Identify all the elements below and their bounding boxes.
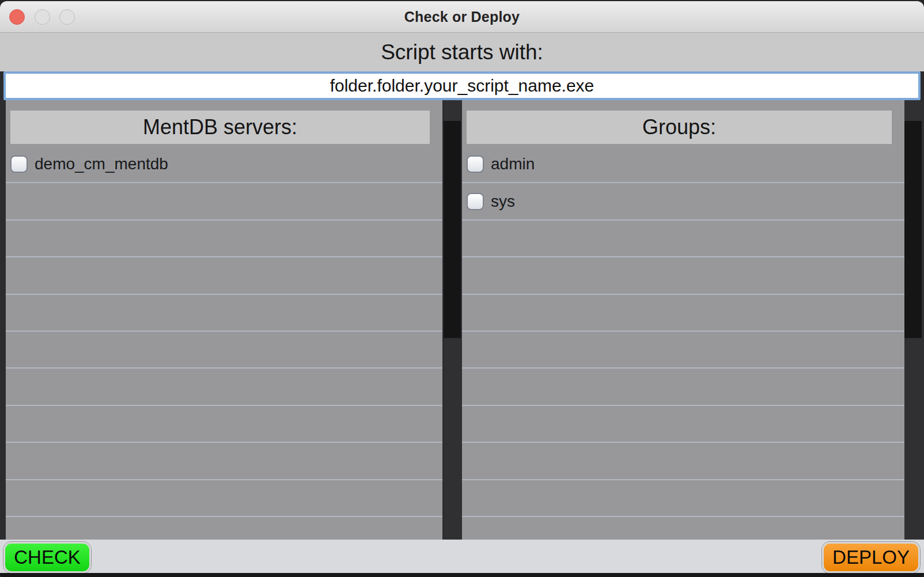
list-item-label: sys	[491, 192, 515, 211]
servers-panel-title: MentDB servers:	[10, 111, 430, 144]
servers-scrollbar[interactable]	[444, 100, 462, 540]
checkbox-admin[interactable]	[467, 155, 484, 173]
groups-scrollbar-thumb[interactable]	[904, 121, 922, 338]
groups-scrollbar[interactable]	[904, 100, 924, 540]
list-item[interactable]	[462, 480, 904, 517]
dialog-window: Check or Deploy Script starts with: Ment…	[0, 1, 924, 577]
list-item[interactable]	[6, 517, 442, 540]
servers-list: demo_cm_mentdb	[6, 146, 442, 540]
check-button[interactable]: CHECK	[3, 542, 91, 573]
list-item[interactable]	[6, 332, 442, 369]
title-bar: Check or Deploy	[0, 1, 924, 33]
list-item[interactable]	[6, 221, 442, 257]
list-item[interactable]	[462, 517, 904, 540]
servers-panel: MentDB servers: demo_cm_mentdb	[6, 100, 442, 540]
list-item[interactable]: demo_cm_mentdb	[6, 146, 442, 183]
list-item[interactable]	[6, 480, 442, 517]
list-item[interactable]: admin	[462, 146, 904, 183]
list-item[interactable]	[462, 332, 904, 369]
list-item[interactable]	[462, 443, 904, 480]
list-item[interactable]	[6, 443, 442, 480]
groups-list: adminsys	[462, 146, 904, 540]
groups-panel-title: Groups:	[467, 111, 892, 144]
servers-scrollbar-thumb[interactable]	[444, 121, 461, 338]
list-item[interactable]	[462, 295, 904, 332]
list-item[interactable]: sys	[462, 183, 904, 220]
list-item[interactable]	[6, 295, 442, 332]
checkbox-sys[interactable]	[467, 193, 484, 210]
groups-panel: Groups: adminsys	[462, 100, 904, 540]
list-item[interactable]	[6, 183, 442, 220]
list-item[interactable]	[462, 257, 904, 294]
list-item[interactable]	[462, 369, 904, 405]
list-item-label: admin	[491, 155, 535, 173]
script-name-input[interactable]	[3, 71, 921, 100]
list-item[interactable]	[6, 257, 442, 294]
list-item[interactable]	[6, 369, 442, 405]
window-title: Check or Deploy	[0, 1, 924, 32]
content-area: MentDB servers: demo_cm_mentdb Groups: a…	[0, 100, 924, 540]
list-item[interactable]	[462, 221, 904, 257]
list-item[interactable]	[6, 406, 442, 443]
script-starts-with-label: Script starts with:	[0, 33, 924, 71]
action-bar: CHECK DEPLOY	[0, 540, 924, 573]
list-item[interactable]	[462, 406, 904, 443]
list-item-label: demo_cm_mentdb	[35, 155, 168, 173]
deploy-button[interactable]: DEPLOY	[822, 542, 920, 573]
window-bottom-edge	[0, 573, 924, 577]
checkbox-demo_cm_mentdb[interactable]	[10, 155, 28, 173]
